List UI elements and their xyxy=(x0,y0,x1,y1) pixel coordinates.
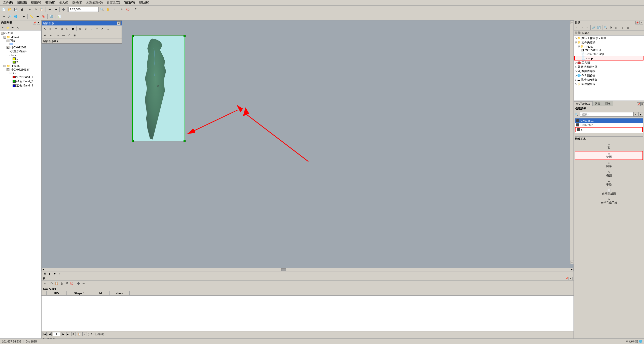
cat-item-gisserver[interactable]: ▷ 🌐 GIS 服务器 xyxy=(574,73,643,78)
handle-tl[interactable] xyxy=(132,35,134,37)
vscroll-down[interactable]: ▼ xyxy=(570,261,574,264)
menu-help[interactable]: 帮助(H) xyxy=(137,0,151,5)
toc-item-class2[interactable]: 2 xyxy=(1,60,41,64)
toolbar-goto[interactable]: ➡ xyxy=(35,14,40,19)
catalog-pin-btn[interactable]: 📌 xyxy=(635,21,639,24)
toolbar-copy[interactable]: ⧉ xyxy=(33,7,39,12)
toolbar-edit-btn[interactable]: ✏ xyxy=(1,14,7,19)
s-checkbox[interactable]: ✓ xyxy=(10,39,13,42)
cat-expand-2[interactable]: ▽ xyxy=(575,41,577,44)
toolbar-pan[interactable]: ✋ xyxy=(105,7,111,12)
toolbar-table[interactable]: 📊 xyxy=(56,14,62,19)
et-more2[interactable]: … xyxy=(78,33,83,38)
cat-more[interactable]: ≡ xyxy=(614,25,618,30)
toolbar-save[interactable]: 💾 xyxy=(13,7,19,12)
cat-expand-11[interactable]: ▷ xyxy=(575,78,577,81)
cat-search[interactable]: 🔍 xyxy=(603,25,608,30)
construct-btn-autocomplete[interactable]: ⬜ 自动完成面 xyxy=(575,188,643,197)
table-clear-sel-btn[interactable]: 🚫 xyxy=(69,281,74,286)
cx072801-checkbox[interactable]: ✓ xyxy=(10,46,13,49)
table-form-view[interactable]: 📋 xyxy=(77,332,81,336)
table-add-row-btn[interactable]: ➕ xyxy=(76,281,81,286)
search-go-btn[interactable]: ▶ xyxy=(638,112,643,117)
catalog-close-btn[interactable]: ✕ xyxy=(639,21,643,24)
map-ctrl-pause[interactable]: ⏸ xyxy=(48,272,52,276)
toolbar-clear[interactable]: 🚫 xyxy=(125,7,131,12)
map-ctrl-expand[interactable]: » xyxy=(58,272,62,276)
toc-list-btn[interactable]: ≡ xyxy=(1,25,5,30)
toolbar-bookmarks[interactable]: 🔖 xyxy=(41,14,46,19)
toc-item-htest2[interactable]: − 📁 H:\test\ xyxy=(1,64,41,68)
map-ctrl-overview[interactable]: ⊞ xyxy=(43,272,47,276)
toc-item-class1[interactable]: 1 xyxy=(1,57,41,60)
cat-item-readyservices[interactable]: ▷ ⚡ 即用型服务 xyxy=(574,82,643,86)
cat-list[interactable]: ≡ xyxy=(620,25,625,30)
cat-item-dbserver[interactable]: ▷ 🗄 数据库服务器 xyxy=(574,65,643,69)
table-last[interactable]: ▶| xyxy=(66,332,70,336)
cat-item-cx072801tif[interactable]: 🖼 CX072801.tif xyxy=(574,48,643,52)
col-shape[interactable]: Shape * xyxy=(67,291,92,295)
col-fid[interactable]: FID xyxy=(47,291,67,295)
construct-btn-autocomplete-freehand[interactable]: ✎ 自动完成手绘 xyxy=(575,197,643,206)
toc-item-band1[interactable]: 红色: Band_1 xyxy=(1,75,41,79)
table-select-btn[interactable]: ☑ xyxy=(64,281,69,286)
hscroll-track[interactable] xyxy=(45,268,570,271)
cat-expand-7[interactable]: ▷ xyxy=(575,61,577,64)
handle-br[interactable] xyxy=(184,140,186,142)
menu-customize[interactable]: 自定义(C) xyxy=(105,0,122,5)
map-view[interactable]: ▲ ▼ xyxy=(42,20,574,268)
table-close-btn[interactable]: ✕ xyxy=(569,277,573,280)
menu-bookmark[interactable]: 书签(B) xyxy=(43,0,57,5)
table-prev[interactable]: ◀ xyxy=(48,332,52,336)
cat-expand-9[interactable]: ▷ xyxy=(575,70,577,73)
cat-item-myservices[interactable]: ▷ ☁ 我托管的服务 xyxy=(574,78,643,82)
col-class[interactable]: class xyxy=(110,291,130,295)
map-frame[interactable] xyxy=(132,36,185,141)
construct-btn-freehand[interactable]: ✏ 手绘 xyxy=(575,179,643,187)
toolbar-globe[interactable]: 🌐 xyxy=(13,14,19,19)
toolbar-measure[interactable]: 📏 xyxy=(29,14,34,19)
construct-btn-polygon[interactable]: ▱ 面 xyxy=(575,142,643,150)
vscroll-up[interactable]: ▲ xyxy=(570,20,574,24)
scale-input[interactable] xyxy=(68,7,99,12)
et-coord[interactable]: ⊞ xyxy=(72,33,77,38)
construct-btn-ellipse[interactable]: ⬭ 椭圆 xyxy=(575,170,643,178)
handle-tr[interactable] xyxy=(184,35,186,37)
cx072801tif-checkbox[interactable]: ✓ xyxy=(10,68,13,71)
toolbar-identify[interactable]: ℹ xyxy=(111,7,117,12)
toolbar-zoomin[interactable]: 🔍 xyxy=(99,7,105,12)
toolbar-select[interactable]: ↖ xyxy=(119,7,125,12)
et-deletevertex[interactable]: ⊖ xyxy=(83,26,88,31)
search-clear-btn[interactable]: ✕ xyxy=(633,112,638,117)
htest-expand[interactable]: − xyxy=(4,36,6,39)
cat-item-htest[interactable]: ▽ 📁 H:\test xyxy=(574,45,643,48)
feature-item-cx072801-1[interactable]: ⬛ CX072801 xyxy=(575,118,643,123)
hscroll-thumb[interactable] xyxy=(281,268,286,271)
map-ctrl-forward[interactable]: ▶ xyxy=(53,272,57,276)
cat-refresh[interactable]: 🔄 xyxy=(597,25,601,30)
feature-item-s[interactable]: ⬛ s xyxy=(575,127,643,132)
col-id[interactable]: Id xyxy=(92,291,110,295)
et-direction[interactable]: → xyxy=(55,33,60,38)
cat-up[interactable]: ↑ xyxy=(585,25,589,30)
et-trim[interactable]: ✂ xyxy=(94,26,99,31)
table-first[interactable]: |◀ xyxy=(43,332,47,336)
cat-options[interactable]: ⚙ xyxy=(609,25,613,30)
cat-back[interactable]: ← xyxy=(575,25,579,30)
handle-bl[interactable] xyxy=(132,140,134,142)
construct-btn-circle[interactable]: ○ 圆形 xyxy=(575,161,643,169)
cat-forward[interactable]: → xyxy=(580,25,584,30)
cat-item-dbconn[interactable]: ▷ 🔌 数据库连接 xyxy=(574,69,643,73)
toolbar-redo[interactable]: ↪ xyxy=(53,7,58,12)
table-page-num[interactable] xyxy=(53,332,60,336)
edit-toolbar-close[interactable]: ✕ xyxy=(117,21,121,25)
table-pin-btn[interactable]: 📌 xyxy=(565,277,568,280)
menu-insert[interactable]: 插入(I) xyxy=(57,0,70,5)
et-angle[interactable]: ∠ xyxy=(66,33,71,38)
et-edit[interactable]: ✏ xyxy=(54,26,59,31)
toolbar-open[interactable]: 📂 xyxy=(7,7,13,12)
table-grid-view[interactable]: ⊞ xyxy=(71,332,76,336)
toolbar-cut[interactable]: ✂ xyxy=(27,7,32,12)
toolbar-zoom[interactable]: 🔎 xyxy=(7,14,13,19)
table-options-btn[interactable]: ≡ xyxy=(43,281,47,286)
